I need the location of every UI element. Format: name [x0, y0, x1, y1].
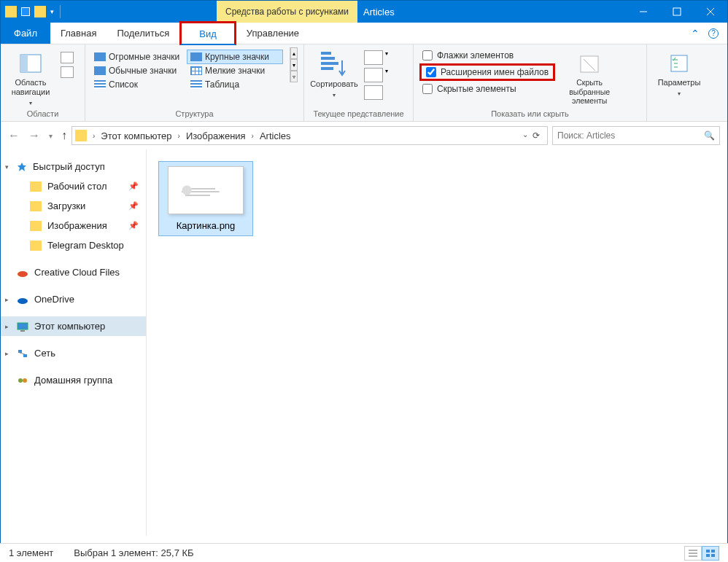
chevron-down-icon[interactable]: ▾ — [5, 163, 9, 171]
sidebar-pictures[interactable]: Изображения📌 — [1, 216, 146, 235]
gallery-expand-icon[interactable]: ▿ — [290, 71, 298, 82]
sidebar-creative-cloud[interactable]: Creative Cloud Files — [1, 262, 146, 282]
title-bar: ▾ Средства работы с рисунками Articles — [1, 1, 727, 23]
breadcrumb-dropdown-icon[interactable]: ⌄ — [522, 130, 528, 141]
sidebar-downloads[interactable]: Загрузки📌 — [1, 196, 146, 216]
pane-toggles — [61, 47, 74, 78]
sidebar-quick-label: Быстрый доступ — [33, 161, 105, 172]
help-icon[interactable]: ? — [708, 28, 719, 39]
minimize-button[interactable] — [627, 1, 660, 23]
search-icon: 🔍 — [704, 130, 715, 141]
creative-cloud-icon — [17, 268, 28, 278]
layout-normal-icons[interactable]: Обычные значки — [91, 64, 186, 77]
this-pc-icon — [17, 321, 28, 332]
layout-table[interactable]: Таблица — [187, 78, 282, 91]
folder-icon — [5, 6, 17, 17]
file-item[interactable]: Картинка.png — [158, 161, 253, 236]
folder-icon — [30, 201, 42, 211]
open-folder-icon — [34, 6, 46, 17]
group-current-view-label: Текущее представление — [310, 108, 407, 118]
chevron-right-icon[interactable]: › — [177, 132, 182, 140]
layout-small-icons[interactable]: Мелкие значки — [187, 64, 282, 77]
chevron-right-icon[interactable]: › — [91, 132, 96, 140]
breadcrumb-seg-2[interactable]: Articles — [257, 130, 294, 141]
sidebar-onedrive[interactable]: ▸ OneDrive — [1, 289, 146, 309]
sort-button[interactable]: Сортировать ▾ — [310, 47, 358, 98]
onedrive-icon — [17, 294, 28, 305]
refresh-icon[interactable]: ⟳ — [533, 130, 540, 141]
hide-selected-label: Скрыть выбранные элементы — [561, 78, 618, 106]
group-show-hide-label: Показать или скрыть — [419, 108, 640, 118]
preview-pane-toggle[interactable] — [61, 52, 74, 63]
context-tab-title: Средства работы с рисунками — [217, 1, 357, 23]
close-button[interactable] — [694, 1, 727, 23]
tab-view[interactable]: Вид — [179, 21, 236, 45]
chevron-right-icon[interactable]: ▸ — [5, 350, 9, 357]
sidebar-telegram-label: Telegram Desktop — [47, 240, 124, 251]
search-input[interactable]: Поиск: Articles 🔍 — [552, 126, 720, 145]
size-columns-button[interactable] — [364, 85, 383, 100]
sidebar-this-pc-label: Этот компьютер — [34, 321, 105, 332]
breadcrumb[interactable]: › Этот компьютер › Изображения › Article… — [71, 126, 548, 145]
chevron-right-icon[interactable]: ▸ — [5, 296, 9, 303]
folder-icon — [30, 182, 42, 192]
hidden-items-toggle[interactable]: Скрытые элементы — [422, 84, 552, 94]
forward-button[interactable]: → — [28, 129, 40, 142]
sidebar-this-pc[interactable]: ▸ Этот компьютер — [1, 316, 146, 336]
details-view-button[interactable] — [684, 546, 702, 561]
pin-icon: 📌 — [128, 201, 139, 211]
layout-huge-icons[interactable]: Огромные значки — [91, 50, 186, 63]
chevron-down-icon: ▾ — [385, 68, 388, 82]
sidebar-desktop[interactable]: Рабочий стол📌 — [1, 176, 146, 196]
item-checkboxes-toggle[interactable]: Флажки элементов — [422, 50, 552, 61]
icons-view-button[interactable] — [702, 546, 719, 561]
collapse-ribbon-icon[interactable]: ⌃ — [691, 28, 700, 39]
breadcrumb-seg-0[interactable]: Этот компьютер — [98, 130, 174, 141]
sidebar-network[interactable]: ▸ Сеть — [1, 343, 146, 363]
sidebar-quick-access[interactable]: ▾ Быстрый доступ — [1, 157, 146, 176]
sidebar-telegram[interactable]: Telegram Desktop — [1, 235, 146, 255]
group-by-button[interactable] — [364, 50, 383, 65]
scroll-down-icon[interactable]: ▾ — [290, 59, 298, 71]
sidebar-homegroup[interactable]: Домашняя группа — [1, 370, 146, 390]
tab-file[interactable]: Файл — [1, 23, 50, 44]
breadcrumb-seg-1[interactable]: Изображения — [183, 130, 249, 141]
tab-share[interactable]: Поделиться — [107, 23, 179, 44]
chevron-down-icon: ▾ — [333, 92, 336, 98]
options-icon — [667, 52, 691, 75]
file-extensions-toggle[interactable]: Расширения имен файлов — [419, 63, 555, 81]
recent-locations-icon[interactable]: ▾ — [49, 132, 53, 140]
layout-large-icons[interactable]: Крупные значки — [187, 50, 282, 63]
scroll-up-icon[interactable]: ▴ — [290, 47, 298, 59]
group-layout: Огромные значки Крупные значки Обычные з… — [85, 44, 304, 121]
chevron-down-icon: ▾ — [678, 90, 681, 97]
layout-small-label: Мелкие значки — [205, 66, 265, 76]
window-title: Articles — [363, 7, 395, 17]
tab-home[interactable]: Главная — [50, 23, 107, 44]
svg-rect-26 — [706, 550, 710, 553]
group-current-view: Сортировать ▾ ▾ ▾ Текущее представление — [304, 44, 414, 121]
up-button[interactable]: ↑ — [61, 129, 67, 142]
file-list[interactable]: Картинка.png — [147, 149, 727, 536]
layout-list[interactable]: Список — [91, 78, 186, 91]
maximize-button[interactable] — [660, 1, 694, 23]
qat-dropdown-icon[interactable]: ▾ — [50, 8, 54, 15]
details-pane-toggle[interactable] — [61, 66, 74, 78]
add-columns-button[interactable] — [364, 68, 383, 82]
back-button[interactable]: ← — [8, 129, 20, 142]
hide-selected-button[interactable]: Скрыть выбранные элементы — [561, 47, 618, 106]
options-button[interactable]: Параметры ▾ — [655, 47, 703, 97]
layout-table-label: Таблица — [205, 79, 239, 90]
group-options: Параметры ▾ — [647, 44, 711, 121]
layout-gallery-scroll[interactable]: ▴ ▾ ▿ — [290, 47, 298, 82]
tab-manage[interactable]: Управление — [236, 23, 309, 44]
properties-icon[interactable] — [21, 7, 30, 16]
nav-pane-button[interactable]: Область навигации ▾ — [7, 47, 55, 106]
sidebar-network-label: Сеть — [34, 348, 55, 359]
group-layout-label: Структура — [91, 108, 298, 118]
nav-pane-label: Область навигации — [7, 78, 55, 97]
navigation-sidebar: ▾ Быстрый доступ Рабочий стол📌 Загрузки📌… — [1, 149, 147, 536]
chevron-right-icon[interactable]: › — [250, 132, 255, 140]
svg-rect-19 — [23, 354, 27, 357]
chevron-right-icon[interactable]: ▸ — [5, 323, 9, 330]
